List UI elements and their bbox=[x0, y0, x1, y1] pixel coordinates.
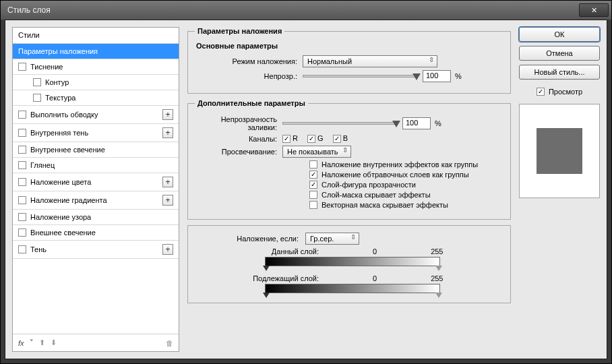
channel-b-checkbox[interactable] bbox=[333, 135, 341, 143]
gradient-white-thumb[interactable] bbox=[435, 293, 442, 298]
options-panel: Параметры наложения Основные параметры Р… bbox=[187, 27, 511, 352]
underlying-layer-gradient[interactable] bbox=[265, 284, 440, 293]
opt-label: Слой-маска скрывает эффекты bbox=[322, 191, 431, 199]
checkbox[interactable] bbox=[18, 146, 26, 154]
blend-if-select[interactable]: Гр.сер. bbox=[305, 233, 359, 245]
cancel-label: Отмена bbox=[546, 49, 572, 57]
pct-label: % bbox=[455, 72, 462, 80]
fill-opacity-slider[interactable] bbox=[282, 122, 397, 125]
fill-opacity-label: Непрозрачность заливки: bbox=[195, 115, 282, 131]
styles-item-contour[interactable]: Контур bbox=[13, 75, 179, 90]
blend-mode-select[interactable]: Нормальный bbox=[303, 55, 437, 67]
styles-item-inner-glow[interactable]: Внутреннее свечение bbox=[13, 142, 179, 158]
channels-label: Каналы: bbox=[195, 135, 282, 143]
checkbox[interactable] bbox=[18, 129, 26, 137]
checkbox[interactable] bbox=[18, 161, 26, 169]
new-style-button[interactable]: Новый стиль... bbox=[519, 65, 600, 80]
checkbox[interactable] bbox=[18, 178, 26, 186]
fill-opacity-input[interactable]: 100 bbox=[402, 117, 431, 129]
slider-thumb-icon[interactable] bbox=[392, 121, 400, 127]
val-0: 0 bbox=[373, 274, 377, 282]
arrow-down-icon[interactable]: ⬇ bbox=[51, 338, 57, 347]
window-title: Стиль слоя bbox=[7, 5, 51, 15]
checkbox[interactable] bbox=[18, 229, 26, 237]
val-255: 255 bbox=[431, 274, 443, 282]
checkbox[interactable] bbox=[18, 111, 26, 119]
styles-item-texture[interactable]: Текстура bbox=[13, 90, 179, 106]
checkbox[interactable] bbox=[33, 78, 41, 86]
channel-r-label: R bbox=[293, 134, 298, 142]
styles-item-color-overlay[interactable]: Наложение цвета + bbox=[13, 173, 179, 191]
channel-r-checkbox[interactable] bbox=[282, 135, 290, 143]
styles-item-satin[interactable]: Глянец bbox=[13, 158, 179, 173]
this-layer-gradient[interactable] bbox=[265, 257, 440, 266]
checkbox[interactable] bbox=[18, 63, 26, 71]
trash-icon[interactable]: 🗑 bbox=[166, 339, 173, 347]
blend-clipped-checkbox[interactable] bbox=[309, 171, 317, 179]
dialog-window: Стиль слоя ✕ Стили Параметры наложения Т… bbox=[0, 0, 612, 364]
styles-item-blending-options[interactable]: Параметры наложения bbox=[13, 44, 179, 59]
checkbox[interactable] bbox=[33, 94, 41, 102]
transparency-shapes-checkbox[interactable] bbox=[309, 181, 317, 189]
list-label: Наложение цвета bbox=[30, 178, 91, 186]
slider-thumb-icon[interactable] bbox=[412, 73, 421, 80]
styles-footer: fx˅ ⬆ ⬇ 🗑 bbox=[13, 334, 179, 351]
opt-label: Слой-фигура прозрачности bbox=[322, 181, 416, 189]
vector-mask-hides-checkbox[interactable] bbox=[309, 201, 317, 209]
add-effect-icon[interactable]: + bbox=[162, 109, 173, 120]
fx-icon[interactable]: fx bbox=[18, 339, 24, 347]
styles-item-drop-shadow[interactable]: Тень + bbox=[13, 241, 179, 259]
knockout-value: Не показывать bbox=[287, 148, 338, 156]
channel-g-checkbox[interactable] bbox=[307, 135, 315, 143]
val-255: 255 bbox=[431, 247, 443, 255]
styles-item-inner-shadow[interactable]: Внутренняя тень + bbox=[13, 124, 179, 142]
gradient-black-thumb[interactable] bbox=[263, 293, 270, 298]
gradient-black-thumb[interactable] bbox=[263, 266, 270, 271]
styles-item-bevel[interactable]: Тиснение bbox=[13, 59, 179, 75]
checkbox[interactable] bbox=[18, 245, 26, 253]
dialog-body: Стили Параметры наложения Тиснение Конту… bbox=[5, 20, 607, 359]
blend-mode-label: Режим наложения: bbox=[195, 57, 303, 65]
preview-box bbox=[519, 104, 600, 198]
content: Стили Параметры наложения Тиснение Конту… bbox=[12, 27, 600, 352]
list-label: Тиснение bbox=[30, 63, 63, 71]
styles-item-outer-glow[interactable]: Внешнее свечение bbox=[13, 225, 179, 241]
opacity-input[interactable]: 100 bbox=[423, 70, 451, 82]
pct-label: % bbox=[435, 119, 441, 127]
ok-button[interactable]: ОК bbox=[519, 27, 600, 42]
advanced-title: Дополнительные параметры bbox=[195, 99, 308, 107]
channel-b-label: B bbox=[343, 134, 348, 142]
add-effect-icon[interactable]: + bbox=[162, 177, 173, 187]
preview-checkbox[interactable] bbox=[537, 88, 545, 96]
close-button[interactable]: ✕ bbox=[579, 3, 609, 17]
list-label: Параметры наложения bbox=[18, 47, 98, 55]
advanced-group: Дополнительные параметры Непрозрачность … bbox=[187, 99, 511, 220]
gradient-white-thumb[interactable] bbox=[435, 266, 442, 271]
knockout-select[interactable]: Не показывать bbox=[282, 146, 351, 158]
opt-label: Наложение внутренних эффектов как группы bbox=[322, 160, 478, 169]
styles-item-stroke[interactable]: Выполнить обводку + bbox=[13, 106, 179, 124]
channel-g-label: G bbox=[317, 134, 324, 142]
add-effect-icon[interactable]: + bbox=[162, 244, 173, 255]
blend-interior-checkbox[interactable] bbox=[309, 160, 317, 169]
styles-item-pattern-overlay[interactable]: Наложение узора bbox=[13, 210, 179, 225]
this-layer-label: Данный слой: bbox=[265, 247, 319, 255]
opacity-slider[interactable] bbox=[303, 75, 417, 78]
layer-mask-hides-checkbox[interactable] bbox=[309, 191, 317, 199]
list-label: Внешнее свечение bbox=[30, 229, 96, 237]
add-effect-icon[interactable]: + bbox=[162, 195, 173, 206]
checkbox[interactable] bbox=[18, 213, 26, 221]
blend-if-value: Гр.сер. bbox=[310, 235, 334, 243]
styles-item-gradient-overlay[interactable]: Наложение градиента + bbox=[13, 191, 179, 210]
cancel-button[interactable]: Отмена bbox=[519, 46, 600, 61]
list-label: Наложение узора bbox=[30, 213, 91, 221]
preview-swatch bbox=[537, 128, 582, 174]
styles-header[interactable]: Стили bbox=[13, 28, 179, 44]
group-title: Параметры наложения bbox=[195, 27, 284, 35]
add-effect-icon[interactable]: + bbox=[162, 127, 173, 138]
checkbox[interactable] bbox=[18, 196, 26, 204]
blend-mode-value: Нормальный bbox=[307, 57, 352, 65]
opt-label: Векторная маска скрывает эффекты bbox=[322, 201, 448, 209]
arrow-up-icon[interactable]: ⬆ bbox=[39, 338, 45, 347]
blend-if-group: Наложение, если: Гр.сер. Данный слой: 0 … bbox=[187, 225, 511, 303]
